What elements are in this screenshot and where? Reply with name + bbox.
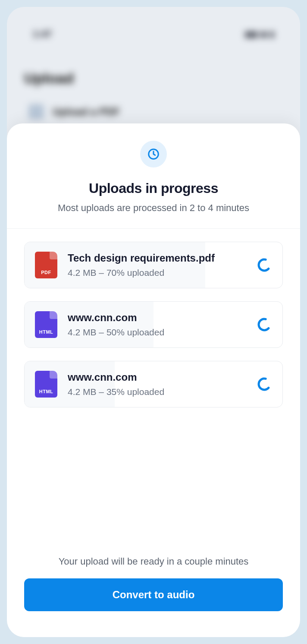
sheet-subtitle: Most uploads are processed in 2 to 4 min… — [20, 202, 287, 214]
file-meta: 4.2 MB – 50% uploaded — [68, 327, 246, 338]
file-pdf-icon: PDF — [35, 252, 57, 278]
sheet-header: Uploads in progress Most uploads are pro… — [7, 123, 300, 229]
status-indicators: ▮▮▮ ◉ ▮ — [245, 29, 274, 39]
status-bar: 1:47 ▮▮▮ ◉ ▮ — [20, 24, 287, 53]
loading-spinner-icon — [257, 257, 272, 273]
sheet-footer: Your upload will be ready in a couple mi… — [7, 556, 300, 637]
file-html-icon: HTML — [35, 311, 57, 338]
status-time: 1:47 — [33, 28, 52, 40]
page-title-blurred: Upload — [24, 70, 287, 87]
file-meta: 4.2 MB – 35% uploaded — [68, 387, 246, 397]
file-name: Tech design requirements.pdf — [68, 252, 246, 264]
file-ext-label: PDF — [41, 270, 51, 275]
footer-note: Your upload will be ready in a couple mi… — [24, 556, 283, 567]
file-ext-label: HTML — [39, 389, 53, 394]
upload-row[interactable]: HTML www.cnn.com 4.2 MB – 35% uploaded — [24, 361, 283, 407]
file-name: www.cnn.com — [68, 312, 246, 324]
file-meta: 4.2 MB – 70% uploaded — [68, 268, 246, 278]
svg-point-1 — [257, 257, 272, 273]
upload-row[interactable]: HTML www.cnn.com 4.2 MB – 50% uploaded — [24, 301, 283, 348]
loading-spinner-icon — [257, 317, 272, 332]
clock-badge — [140, 141, 167, 167]
file-text: Tech design requirements.pdf 4.2 MB – 70… — [68, 252, 246, 278]
upload-row[interactable]: PDF Tech design requirements.pdf 4.2 MB … — [24, 242, 283, 288]
svg-point-3 — [257, 376, 272, 392]
screen: 1:47 ▮▮▮ ◉ ▮ Upload Upload a PDF — [7, 7, 300, 637]
file-name: www.cnn.com — [68, 371, 246, 383]
bg-item-label: Upload a PDF — [53, 106, 120, 118]
bottom-sheet: Uploads in progress Most uploads are pro… — [7, 123, 300, 637]
wifi-icon: ◉ — [260, 29, 267, 39]
file-text: www.cnn.com 4.2 MB – 35% uploaded — [68, 371, 246, 397]
device-frame: 1:47 ▮▮▮ ◉ ▮ Upload Upload a PDF — [0, 0, 307, 644]
uploads-list: PDF Tech design requirements.pdf 4.2 MB … — [7, 229, 300, 556]
sheet-title: Uploads in progress — [20, 180, 287, 196]
file-html-icon: HTML — [35, 371, 57, 398]
signal-icon: ▮▮▮ — [245, 29, 258, 39]
battery-icon: ▮ — [270, 29, 274, 39]
bg-thumb-icon — [28, 104, 44, 120]
file-text: www.cnn.com 4.2 MB – 50% uploaded — [68, 312, 246, 338]
clock-icon — [147, 148, 160, 161]
bg-upload-item: Upload a PDF — [28, 104, 287, 120]
loading-spinner-icon — [257, 376, 272, 392]
svg-point-2 — [257, 317, 272, 332]
file-ext-label: HTML — [39, 329, 53, 335]
convert-to-audio-button[interactable]: Convert to audio — [24, 578, 283, 611]
